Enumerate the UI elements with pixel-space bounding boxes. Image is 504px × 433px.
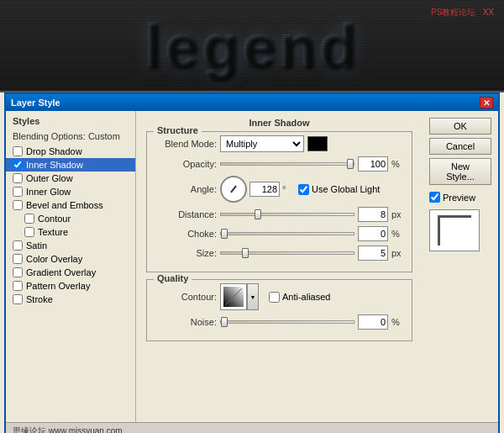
cancel-button[interactable]: Cancel — [429, 138, 491, 155]
size-input[interactable] — [358, 246, 388, 261]
contour-checkbox[interactable] — [24, 214, 34, 224]
opacity-row: Opacity: % — [154, 156, 405, 172]
layer-item-gradient-overlay[interactable]: Gradient Overlay — [6, 266, 135, 279]
choke-label: Choke: — [154, 229, 217, 239]
contour-dropdown-button[interactable]: ▼ — [247, 283, 259, 310]
outer-glow-checkbox[interactable] — [13, 173, 23, 183]
color-overlay-checkbox[interactable] — [13, 254, 23, 264]
inner-glow-label: Inner Glow — [26, 187, 71, 197]
use-global-light-checkbox[interactable] — [298, 184, 309, 195]
layer-item-inner-glow[interactable]: Inner Glow — [6, 185, 135, 198]
noise-label: Noise: — [154, 317, 217, 327]
layer-item-outer-glow[interactable]: Outer Glow — [6, 172, 135, 185]
noise-unit: % — [391, 317, 405, 327]
structure-group: Structure Blend Mode: Multiply Normal Di… — [146, 131, 412, 272]
preview-box — [429, 209, 480, 251]
angle-label: Angle: — [154, 184, 217, 194]
gradient-overlay-label: Gradient Overlay — [26, 267, 96, 277]
bottom-bar-text: 思缘论坛 www.missyuan.com — [13, 425, 123, 434]
quality-group: Quality Contour: — [146, 279, 412, 341]
contour-picker: ▼ — [220, 283, 259, 310]
dialog-title: Layer Style — [11, 98, 60, 108]
layer-item-satin[interactable]: Satin — [6, 239, 135, 252]
ok-button[interactable]: OK — [429, 118, 491, 135]
color-overlay-label: Color Overlay — [26, 254, 82, 264]
choke-input[interactable] — [358, 226, 388, 241]
size-unit: px — [391, 248, 405, 258]
choke-slider[interactable] — [220, 232, 354, 235]
angle-line — [230, 185, 237, 193]
main-content: Inner Shadow Structure Blend Mode: Multi… — [136, 111, 423, 422]
watermark-highlight: XX — [483, 8, 494, 17]
watermark-text: PS教程论坛 — [431, 8, 475, 17]
inner-shadow-label: Inner Shadow — [26, 160, 83, 170]
contour-preview[interactable] — [220, 283, 247, 310]
use-global-light-text: Use Global Light — [312, 184, 380, 194]
drop-shadow-checkbox[interactable] — [13, 146, 23, 156]
buttons-column: OK Cancel New Style... Preview — [423, 111, 498, 422]
contour-label: Contour: — [154, 292, 217, 302]
blend-mode-row: Blend Mode: Multiply Normal Dissolve Scr… — [154, 135, 405, 152]
size-label: Size: — [154, 248, 217, 258]
bottom-bar: 思缘论坛 www.missyuan.com — [6, 422, 498, 433]
anti-aliased-label[interactable]: Anti-aliased — [269, 292, 330, 303]
new-style-button[interactable]: New Style... — [429, 158, 491, 185]
noise-slider[interactable] — [220, 320, 354, 324]
layer-item-texture[interactable]: Texture — [6, 225, 135, 239]
layer-item-inner-shadow[interactable]: Inner Shadow — [6, 158, 135, 172]
inner-shadow-checkbox[interactable] — [13, 160, 23, 170]
contour-svg — [223, 287, 244, 307]
banner: LeGeND PS教程论坛 XX — [0, 0, 504, 92]
distance-slider[interactable] — [220, 213, 354, 216]
size-row: Size: px — [154, 246, 405, 261]
blend-mode-label: Blend Mode: — [154, 139, 217, 149]
use-global-light-label[interactable]: Use Global Light — [298, 184, 380, 195]
bevel-emboss-checkbox[interactable] — [13, 200, 23, 210]
satin-checkbox[interactable] — [13, 240, 23, 251]
texture-label: Texture — [38, 227, 68, 237]
blend-mode-select[interactable]: Multiply Normal Dissolve Screen Overlay — [220, 135, 304, 152]
preview-checkbox[interactable] — [429, 192, 440, 203]
texture-checkbox[interactable] — [24, 227, 34, 237]
layer-item-bevel-emboss[interactable]: Bevel and Emboss — [6, 198, 135, 212]
angle-input[interactable] — [249, 182, 280, 197]
quality-title: Quality — [154, 273, 192, 283]
structure-title: Structure — [154, 125, 202, 135]
drop-shadow-label: Drop Shadow — [26, 146, 82, 156]
bevel-emboss-label: Bevel and Emboss — [26, 200, 103, 210]
dialog-close-button[interactable]: ✕ — [480, 97, 493, 108]
distance-input[interactable] — [358, 207, 388, 222]
layer-item-color-overlay[interactable]: Color Overlay — [6, 252, 135, 266]
preview-label[interactable]: Preview — [429, 192, 491, 203]
noise-input[interactable] — [358, 314, 388, 330]
choke-row: Choke: % — [154, 226, 405, 241]
blending-options-item[interactable]: Blending Options: Custom — [6, 129, 135, 143]
size-slider[interactable] — [220, 251, 354, 255]
left-panel: Styles Blending Options: Custom Drop Sha… — [6, 111, 136, 422]
dialog-body: Styles Blending Options: Custom Drop Sha… — [6, 111, 498, 422]
angle-unit: ° — [282, 184, 296, 194]
angle-dial[interactable] — [220, 176, 247, 203]
layer-style-dialog: Layer Style ✕ Styles Blending Options: C… — [4, 92, 500, 433]
distance-row: Distance: px — [154, 207, 405, 222]
inner-glow-checkbox[interactable] — [13, 187, 23, 197]
noise-row: Noise: % — [154, 314, 405, 330]
stroke-checkbox[interactable] — [13, 294, 23, 304]
layer-item-stroke[interactable]: Stroke — [6, 293, 135, 306]
preview-text: Preview — [443, 193, 475, 203]
gradient-overlay-checkbox[interactable] — [13, 267, 23, 277]
anti-aliased-checkbox[interactable] — [269, 292, 280, 303]
anti-aliased-text: Anti-aliased — [282, 292, 330, 302]
layer-item-drop-shadow[interactable]: Drop Shadow — [6, 145, 135, 158]
outer-glow-label: Outer Glow — [26, 173, 73, 183]
distance-unit: px — [391, 209, 405, 219]
blend-color-swatch[interactable] — [307, 136, 328, 151]
banner-title: LeGeND — [0, 0, 504, 92]
opacity-slider[interactable] — [220, 162, 354, 166]
opacity-label: Opacity: — [154, 159, 217, 169]
styles-header[interactable]: Styles — [6, 114, 135, 129]
layer-item-contour[interactable]: Contour — [6, 212, 135, 225]
pattern-overlay-checkbox[interactable] — [13, 281, 23, 291]
layer-item-pattern-overlay[interactable]: Pattern Overlay — [6, 279, 135, 293]
opacity-input[interactable] — [358, 156, 388, 172]
